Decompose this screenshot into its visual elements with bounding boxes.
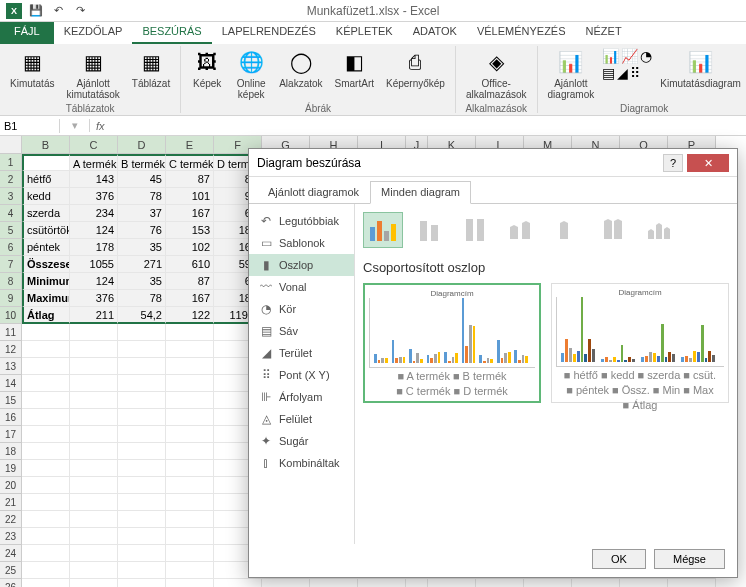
table-button[interactable]: ▦Táblázat (128, 46, 174, 91)
cell[interactable] (166, 511, 214, 528)
cell[interactable] (22, 324, 70, 341)
cell[interactable] (22, 426, 70, 443)
cell[interactable] (22, 477, 70, 494)
cell[interactable] (118, 426, 166, 443)
row-header[interactable]: 7 (0, 256, 22, 273)
cell[interactable] (70, 426, 118, 443)
cell[interactable] (70, 409, 118, 426)
area-chart-icon[interactable]: ◢ (617, 65, 628, 81)
cell[interactable] (524, 579, 572, 587)
row-header[interactable]: 15 (0, 392, 22, 409)
cell[interactable] (118, 375, 166, 392)
cell[interactable] (22, 579, 70, 587)
cancel-button[interactable]: Mégse (654, 549, 725, 569)
dialog-close-button[interactable]: ✕ (687, 154, 729, 172)
row-header[interactable]: 21 (0, 494, 22, 511)
cell[interactable] (166, 375, 214, 392)
cell[interactable]: 1055 (70, 256, 118, 273)
subtype-3d-stacked[interactable] (547, 212, 587, 248)
namebox-dropdown-icon[interactable]: ▾ (60, 119, 90, 132)
side-stock[interactable]: ⊪Árfolyam (249, 386, 354, 408)
cell[interactable] (22, 375, 70, 392)
cell[interactable]: Maximum (22, 290, 70, 307)
row-header[interactable]: 14 (0, 375, 22, 392)
cell[interactable] (118, 579, 166, 587)
cell[interactable]: C termék (166, 154, 214, 171)
pie-chart-icon[interactable]: ◔ (640, 48, 652, 64)
cell[interactable]: csütörtök (22, 222, 70, 239)
side-surface[interactable]: ◬Felület (249, 408, 354, 430)
cell[interactable] (118, 562, 166, 579)
cell[interactable] (166, 477, 214, 494)
side-line[interactable]: 〰Vonal (249, 276, 354, 298)
cell[interactable] (310, 579, 358, 587)
excel-app-icon[interactable]: X (4, 2, 24, 20)
cell[interactable]: 78 (118, 290, 166, 307)
cell[interactable] (70, 562, 118, 579)
side-recent[interactable]: ↶Legutóbbiak (249, 210, 354, 232)
cell[interactable] (70, 375, 118, 392)
office-apps-button[interactable]: ◈Office- alkalmazások (462, 46, 531, 102)
cell[interactable] (166, 392, 214, 409)
pictures-button[interactable]: 🖼Képek (187, 46, 227, 91)
cell[interactable] (70, 392, 118, 409)
tab-review[interactable]: VÉLEMÉNYEZÉS (467, 22, 576, 44)
cell[interactable] (166, 545, 214, 562)
tab-view[interactable]: NÉZET (576, 22, 632, 44)
cell[interactable] (22, 409, 70, 426)
select-all-corner[interactable] (0, 136, 22, 154)
bar-chart-icon[interactable]: ▤ (602, 65, 615, 81)
row-header[interactable]: 24 (0, 545, 22, 562)
side-column[interactable]: ▮Oszlop (249, 254, 354, 276)
row-header[interactable]: 25 (0, 562, 22, 579)
file-tab[interactable]: FÁJL (0, 22, 54, 44)
cell[interactable]: 78 (118, 188, 166, 205)
online-pictures-button[interactable]: 🌐Online képek (231, 46, 271, 102)
formula-bar[interactable] (111, 125, 746, 127)
side-pie[interactable]: ◔Kör (249, 298, 354, 320)
cell[interactable] (428, 579, 476, 587)
cell[interactable]: hétfő (22, 171, 70, 188)
side-area[interactable]: ◢Terület (249, 342, 354, 364)
cell[interactable]: Minimum (22, 273, 70, 290)
tab-layout[interactable]: LAPELRENDEZÉS (212, 22, 326, 44)
ok-button[interactable]: OK (592, 549, 646, 569)
cell[interactable]: 610 (166, 256, 214, 273)
cell[interactable] (70, 477, 118, 494)
cell[interactable]: 167 (166, 290, 214, 307)
cell[interactable] (118, 528, 166, 545)
row-header[interactable]: 22 (0, 511, 22, 528)
cell[interactable] (70, 460, 118, 477)
side-xy[interactable]: ⠿Pont (X Y) (249, 364, 354, 386)
cell[interactable] (22, 443, 70, 460)
cell[interactable] (668, 579, 716, 587)
subtype-3d-column[interactable] (639, 212, 679, 248)
cell[interactable]: 178 (70, 239, 118, 256)
cell[interactable]: B termék (118, 154, 166, 171)
column-header[interactable]: B (22, 136, 70, 154)
cell[interactable]: 234 (70, 205, 118, 222)
row-header[interactable]: 11 (0, 324, 22, 341)
cell[interactable] (70, 579, 118, 587)
cell[interactable]: 87 (166, 273, 214, 290)
cell[interactable] (118, 460, 166, 477)
cell[interactable] (214, 579, 262, 587)
side-bar[interactable]: ▤Sáv (249, 320, 354, 342)
cell[interactable] (118, 392, 166, 409)
cell[interactable] (22, 460, 70, 477)
cell[interactable]: 122 (166, 307, 214, 324)
shapes-button[interactable]: ◯Alakzatok (275, 46, 326, 91)
cell[interactable] (166, 579, 214, 587)
cell[interactable] (70, 528, 118, 545)
row-header[interactable]: 2 (0, 171, 22, 188)
cell[interactable] (22, 358, 70, 375)
cell[interactable] (118, 341, 166, 358)
cell[interactable]: A termék (70, 154, 118, 171)
column-header[interactable]: D (118, 136, 166, 154)
row-header[interactable]: 10 (0, 307, 22, 324)
tab-home[interactable]: KEZDŐLAP (54, 22, 133, 44)
cell[interactable] (22, 341, 70, 358)
cell[interactable]: péntek (22, 239, 70, 256)
cell[interactable] (166, 324, 214, 341)
tab-data[interactable]: ADATOK (403, 22, 467, 44)
